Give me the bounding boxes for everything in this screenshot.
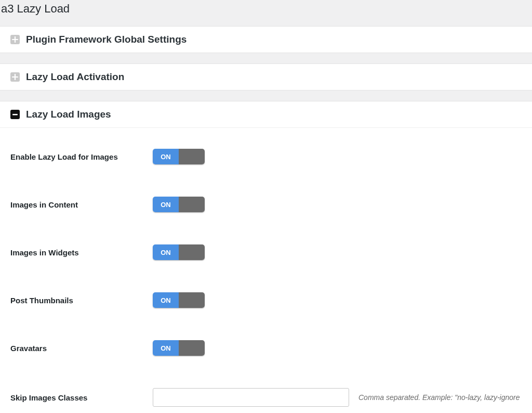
- label-thumbnails: Post Thumbnails: [10, 296, 153, 305]
- panel-lazy-load-images: Lazy Load Images Enable Lazy Load for Im…: [0, 101, 532, 413]
- panel-title: Plugin Framework Global Settings: [26, 34, 187, 45]
- row-enable-lazy-load-images: Enable Lazy Load for Images ON: [10, 138, 522, 186]
- svg-rect-0: [12, 114, 18, 115]
- row-images-in-content: Images in Content ON: [10, 186, 522, 234]
- label-enable: Enable Lazy Load for Images: [10, 152, 153, 161]
- panel-title: Lazy Load Activation: [26, 71, 124, 83]
- toggle-off-blank: [179, 149, 205, 164]
- expand-icon: [10, 35, 20, 44]
- toggle-images-in-content[interactable]: ON: [153, 197, 205, 212]
- toggle-images-in-widgets[interactable]: ON: [153, 244, 205, 260]
- toggle-on-label: ON: [153, 292, 179, 308]
- label-content: Images in Content: [10, 200, 153, 209]
- page-title: a3 Lazy Load: [0, 0, 532, 26]
- label-gravatars: Gravatars: [10, 344, 153, 353]
- panel-heading-activation[interactable]: Lazy Load Activation: [0, 64, 532, 90]
- toggle-off-blank: [179, 244, 205, 260]
- toggle-off-blank: [179, 292, 205, 308]
- label-skip: Skip Images Classes: [10, 393, 153, 402]
- toggle-on-label: ON: [153, 197, 179, 212]
- panel-heading-images[interactable]: Lazy Load Images: [0, 101, 532, 128]
- input-skip-images-classes[interactable]: [153, 388, 349, 407]
- panel-lazy-load-activation: Lazy Load Activation: [0, 63, 532, 91]
- expand-icon: [10, 72, 20, 82]
- label-widgets: Images in Widgets: [10, 248, 153, 257]
- help-skip: Comma separated. Example: "no-lazy, lazy…: [358, 393, 520, 402]
- row-images-in-widgets: Images in Widgets ON: [10, 234, 522, 282]
- toggle-on-label: ON: [153, 340, 179, 356]
- panel-body-images: Enable Lazy Load for Images ON Images in…: [0, 128, 532, 413]
- toggle-off-blank: [179, 197, 205, 212]
- toggle-off-blank: [179, 340, 205, 356]
- panel-plugin-framework: Plugin Framework Global Settings: [0, 26, 532, 53]
- toggle-enable-lazy-load-images[interactable]: ON: [153, 149, 205, 164]
- row-gravatars: Gravatars ON: [10, 330, 522, 378]
- panel-title: Lazy Load Images: [26, 109, 111, 120]
- collapse-icon: [10, 110, 20, 119]
- toggle-post-thumbnails[interactable]: ON: [153, 292, 205, 308]
- panel-heading-framework[interactable]: Plugin Framework Global Settings: [0, 27, 532, 53]
- toggle-on-label: ON: [153, 149, 179, 164]
- row-post-thumbnails: Post Thumbnails ON: [10, 282, 522, 330]
- toggle-on-label: ON: [153, 244, 179, 260]
- toggle-gravatars[interactable]: ON: [153, 340, 205, 356]
- row-skip-images-classes: Skip Images Classes Comma separated. Exa…: [10, 378, 522, 413]
